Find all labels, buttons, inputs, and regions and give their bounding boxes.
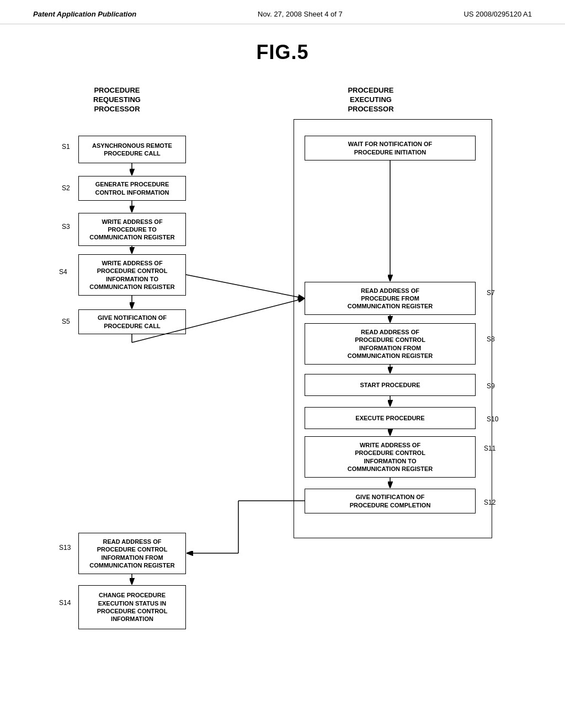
box-s8: READ ADDRESS OFPROCEDURE CONTROLINFORMAT… (305, 323, 476, 365)
flowchart-diagram: PROCEDUREREQUESTINGPROCESSOR PROCEDUREEX… (45, 86, 520, 693)
header-publication: Patent Application Publication (33, 10, 136, 18)
step-s14-label: S14 (59, 599, 71, 607)
box-s1: ASYNCHRONOUS REMOTEPROCEDURE CALL (78, 136, 186, 163)
box-s10: EXECUTE PROCEDURE (305, 407, 476, 429)
box-s2: GENERATE PROCEDURECONTROL INFORMATION (78, 176, 186, 201)
step-s10-label: S10 (487, 415, 498, 423)
step-s5-label: S5 (62, 318, 70, 325)
box-s7: READ ADDRESS OFPROCEDURE FROMCOMMUNICATI… (305, 282, 476, 315)
box-s9: START PROCEDURE (305, 374, 476, 396)
box-s12: GIVE NOTIFICATION OFPROCEDURE COMPLETION (305, 489, 476, 513)
step-s13-label: S13 (59, 544, 71, 552)
right-column-header: PROCEDUREEXECUTINGPROCESSOR (316, 86, 426, 114)
step-s11-label: S11 (484, 445, 495, 452)
svg-line-7 (186, 275, 305, 298)
box-s11: WRITE ADDRESS OFPROCEDURE CONTROLINFORMA… (305, 436, 476, 478)
step-s7-label: S7 (487, 289, 495, 297)
step-s12-label: S12 (484, 499, 495, 506)
step-s2-label: S2 (62, 184, 70, 192)
box-s13: READ ADDRESS OFPROCEDURE CONTROLINFORMAT… (78, 533, 186, 574)
box-wait: WAIT FOR NOTIFICATION OFPROCEDURE INITIA… (305, 136, 476, 160)
header-patent-num: US 2008/0295120 A1 (463, 10, 532, 18)
page-header: Patent Application Publication Nov. 27, … (0, 0, 565, 24)
box-s5: GIVE NOTIFICATION OFPROCEDURE CALL (78, 309, 186, 334)
box-s3: WRITE ADDRESS OFPROCEDURE TOCOMMUNICATIO… (78, 213, 186, 246)
step-s4-label: S4 (59, 268, 67, 276)
box-s14: CHANGE PROCEDUREEXECUTION STATUS INPROCE… (78, 585, 186, 629)
box-s4: WRITE ADDRESS OFPROCEDURE CONTROLINFORMA… (78, 254, 186, 296)
step-s8-label: S8 (487, 335, 495, 343)
left-column-header: PROCEDUREREQUESTINGPROCESSOR (62, 86, 172, 114)
page-content: FIG.5 PROCEDUREREQUESTINGPROCESSOR PROCE… (0, 24, 565, 715)
step-s9-label: S9 (487, 382, 495, 390)
figure-title: FIG.5 (33, 41, 532, 64)
header-date-sheet: Nov. 27, 2008 Sheet 4 of 7 (258, 10, 343, 18)
step-s3-label: S3 (62, 223, 70, 231)
step-s1-label: S1 (62, 143, 70, 151)
